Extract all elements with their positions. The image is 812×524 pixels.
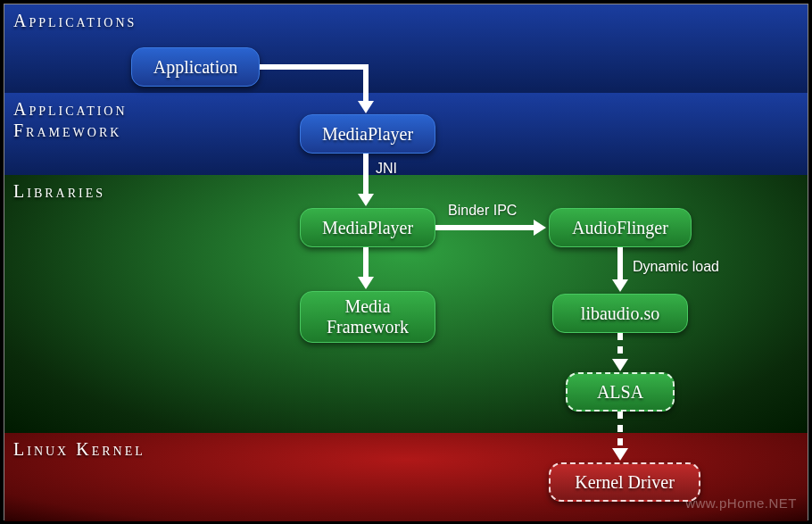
arrow-libaudio-to-alsa — [617, 333, 623, 361]
node-label: libaudio.so — [581, 304, 659, 324]
node-label: Application — [153, 57, 237, 78]
arrowhead-alsa-to-kernel — [612, 448, 628, 461]
node-label: MediaPlayer — [322, 124, 413, 145]
layer-label-linux-kernel: Linux Kernel — [13, 438, 145, 460]
diagram-frame: Applications Application Framework Libra… — [4, 4, 808, 520]
arrow-mpjava-to-mpnative — [363, 154, 369, 195]
arrowhead-mp-to-af — [534, 220, 546, 236]
arrow-af-to-libaudio — [617, 247, 623, 281]
layer-applications: Applications — [4, 4, 808, 93]
node-audioflinger: AudioFlinger — [549, 208, 692, 247]
node-label: ALSA — [597, 382, 643, 403]
arrowhead-mpjava-to-mpnative — [358, 194, 374, 206]
node-kernel-driver: Kernel Driver — [549, 462, 700, 502]
layer-label-applications: Applications — [13, 10, 137, 31]
arrow-app-to-mp-h — [260, 64, 366, 70]
edge-label-dynamic: Dynamic load — [633, 259, 719, 275]
arrow-alsa-to-kernel — [617, 412, 623, 450]
node-application: Application — [131, 47, 260, 87]
node-label: Kernel Driver — [575, 472, 675, 493]
node-alsa: ALSA — [566, 372, 675, 412]
watermark: www.pHome.NET — [685, 495, 797, 511]
node-label: MediaPlayer — [322, 218, 413, 238]
node-mediaplayer-native: MediaPlayer — [300, 208, 435, 247]
node-label: AudioFlinger — [572, 218, 668, 238]
node-label: Media Framework — [327, 296, 409, 337]
node-mediaplayer-java: MediaPlayer — [300, 114, 435, 154]
arrowhead-libaudio-to-alsa — [612, 359, 628, 371]
arrow-mp-to-af — [435, 225, 535, 230]
arrow-mp-to-mfw — [363, 247, 369, 279]
arrowhead-af-to-libaudio — [612, 279, 628, 292]
edge-label-binder: Binder IPC — [448, 203, 517, 219]
edge-label-jni: JNI — [376, 161, 397, 177]
layer-label-libraries: Libraries — [13, 180, 105, 202]
arrow-app-to-mp-v — [363, 64, 369, 103]
node-media-framework: Media Framework — [300, 291, 435, 343]
arrowhead-mp-to-mfw — [358, 277, 374, 289]
node-libaudio: libaudio.so — [552, 294, 688, 333]
arrowhead-app-to-mp — [358, 101, 374, 113]
layer-label-app-framework: Application Framework — [13, 98, 128, 141]
